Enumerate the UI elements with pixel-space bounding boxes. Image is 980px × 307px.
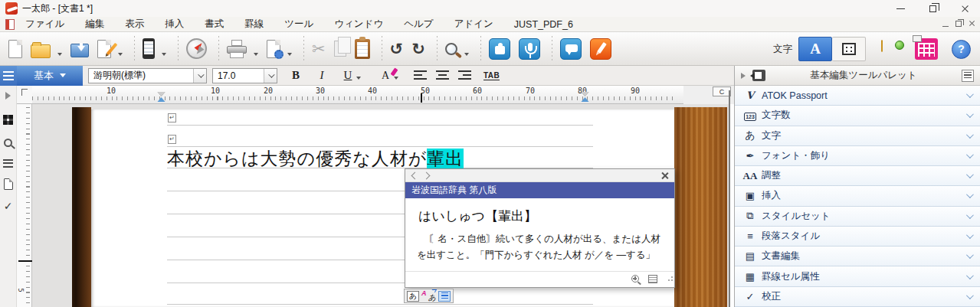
mobile-dropdown-caret[interactable] bbox=[162, 53, 166, 56]
text-mode-button[interactable]: A bbox=[798, 37, 832, 61]
highlighted-word[interactable]: 輩出 bbox=[427, 149, 464, 168]
menu-just-pdf[interactable]: JUST_PDF_6 bbox=[514, 19, 573, 30]
document-text-line[interactable]: 本校からは大勢の優秀な人材が輩出 bbox=[167, 147, 464, 171]
menu-addin[interactable]: アドイン bbox=[454, 18, 493, 31]
menu-view[interactable]: 表示 bbox=[125, 18, 144, 31]
margin-marker-right[interactable] bbox=[582, 92, 590, 102]
comment-button[interactable] bbox=[558, 35, 584, 63]
next-entry-icon[interactable] bbox=[423, 172, 431, 180]
mdi-minimize-icon[interactable] bbox=[942, 26, 949, 27]
chevron-down-icon[interactable] bbox=[966, 191, 974, 199]
print-settings-button[interactable] bbox=[264, 35, 283, 63]
chevron-down-icon[interactable] bbox=[966, 231, 974, 239]
print-dropdown-caret[interactable] bbox=[254, 53, 258, 56]
bold-button[interactable]: B bbox=[288, 69, 303, 82]
save-as-button[interactable] bbox=[95, 35, 113, 63]
chevron-down-icon[interactable] bbox=[966, 251, 974, 259]
palette-menu-icon[interactable] bbox=[962, 70, 974, 82]
paste-button[interactable] bbox=[352, 35, 372, 63]
palette-section-proofread[interactable]: ✓校正 bbox=[735, 287, 980, 307]
hamburger-menu-icon[interactable] bbox=[0, 66, 17, 86]
font-name-dropdown[interactable] bbox=[193, 69, 206, 83]
print-settings-dropdown-caret[interactable] bbox=[287, 53, 292, 56]
palette-section-font-decoration[interactable]: ✒フォント・飾り bbox=[735, 146, 980, 166]
menu-tools[interactable]: ツール bbox=[284, 18, 313, 31]
resize-grip[interactable] bbox=[668, 279, 670, 281]
restore-button[interactable] bbox=[917, 0, 948, 17]
palette-layout-button[interactable] bbox=[915, 38, 938, 60]
palette-section-insert[interactable]: ▣挿入 bbox=[735, 186, 980, 206]
cut-button[interactable]: ✂ bbox=[310, 35, 328, 63]
navigation-button[interactable] bbox=[184, 35, 209, 63]
chevron-down-icon[interactable] bbox=[966, 131, 974, 139]
save-button[interactable] bbox=[68, 35, 91, 63]
open-dropdown-caret[interactable] bbox=[57, 53, 62, 56]
chevron-down-icon[interactable] bbox=[966, 211, 974, 219]
palette-section-char-count[interactable]: 123文字数 bbox=[735, 106, 980, 126]
document-icon[interactable] bbox=[4, 178, 13, 190]
collapse-arrow-icon[interactable] bbox=[741, 73, 746, 79]
input-mode-button[interactable]: あ bbox=[407, 291, 419, 302]
chevron-down-icon[interactable] bbox=[966, 151, 974, 158]
menu-file[interactable]: ファイル bbox=[25, 18, 64, 31]
style-selector[interactable]: 基本 bbox=[17, 66, 83, 86]
margin-marker-left[interactable] bbox=[158, 92, 166, 102]
underline-button[interactable]: U bbox=[340, 69, 356, 82]
conversion-button[interactable]: A あ bbox=[421, 290, 436, 302]
palette-section-adjust[interactable]: AA調整 bbox=[735, 166, 980, 186]
switch-palette-icon[interactable] bbox=[752, 70, 765, 81]
palette-section-paragraph-style[interactable]: ≡段落スタイル bbox=[735, 227, 980, 247]
grid-mode-button[interactable] bbox=[832, 37, 866, 61]
tab-button[interactable]: TAB bbox=[483, 71, 500, 80]
voice-input-button[interactable] bbox=[516, 35, 542, 63]
chevron-down-icon[interactable] bbox=[966, 272, 974, 279]
chevron-down-icon[interactable] bbox=[966, 90, 974, 98]
chevron-down-icon[interactable] bbox=[966, 292, 974, 299]
undo-button[interactable]: ↺ bbox=[388, 35, 406, 63]
help-button[interactable]: ? bbox=[952, 40, 971, 59]
file-palette-button[interactable] bbox=[881, 41, 904, 57]
popup-close-icon[interactable] bbox=[660, 171, 669, 180]
palette-section-border-cell[interactable]: ▦罫線セル属性 bbox=[735, 266, 980, 286]
align-left-button[interactable] bbox=[414, 70, 427, 80]
mdi-restore-icon[interactable] bbox=[955, 21, 962, 27]
menu-format[interactable]: 書式 bbox=[205, 18, 224, 31]
mdi-close-icon[interactable] bbox=[969, 20, 975, 27]
chevron-down-icon[interactable] bbox=[966, 111, 974, 119]
chevron-down-icon[interactable] bbox=[966, 171, 974, 178]
dictionary-popup[interactable]: 岩波国語辞典 第八版 はいしゅつ【輩出】 〘名・ス自他〙続いて多くの人材が出る、… bbox=[405, 168, 675, 288]
addon-button[interactable] bbox=[487, 35, 513, 63]
mobile-view-button[interactable] bbox=[140, 35, 157, 63]
font-color-dropdown-caret[interactable] bbox=[394, 77, 398, 80]
open-button[interactable] bbox=[28, 35, 53, 63]
copy-button[interactable] bbox=[332, 35, 349, 63]
horizontal-ruler[interactable]: 10 10 20 30 40 50 60 70 80 90 bbox=[32, 86, 683, 104]
ruler-corner[interactable] bbox=[17, 86, 32, 104]
palette-section-atok-passport[interactable]: VATOK Passport bbox=[735, 86, 980, 106]
menu-help[interactable]: ヘルプ bbox=[404, 18, 433, 31]
candidate-list-button[interactable] bbox=[438, 291, 451, 302]
new-document-button[interactable] bbox=[6, 35, 25, 63]
search-icon[interactable] bbox=[4, 139, 12, 147]
font-size-dropdown[interactable] bbox=[264, 69, 277, 83]
palette-section-character[interactable]: あ文字 bbox=[735, 126, 980, 146]
zoom-dropdown-caret[interactable] bbox=[464, 53, 469, 56]
print-button[interactable] bbox=[225, 35, 249, 63]
marker-button[interactable] bbox=[588, 35, 614, 63]
font-name-combo[interactable]: 游明朝(標準) bbox=[88, 68, 207, 83]
check-icon[interactable]: ✓ bbox=[4, 201, 13, 211]
menu-edit[interactable]: 編集 bbox=[85, 18, 104, 31]
menu-window[interactable]: ウィンドウ bbox=[334, 18, 383, 31]
align-center-button[interactable] bbox=[436, 70, 449, 80]
italic-button[interactable]: I bbox=[314, 69, 329, 82]
vertical-ruler[interactable]: 5 10 bbox=[17, 104, 32, 307]
font-size-combo[interactable]: 17.0 bbox=[212, 68, 277, 83]
expand-arrow-icon[interactable] bbox=[5, 92, 11, 100]
palette-section-doc-edit[interactable]: ▤文書編集 bbox=[735, 247, 980, 266]
page-layout-icon[interactable] bbox=[3, 115, 13, 125]
prev-entry-icon[interactable] bbox=[411, 172, 419, 180]
redo-button[interactable]: ↻ bbox=[409, 35, 428, 63]
entry-list-icon[interactable] bbox=[648, 275, 657, 283]
menu-border[interactable]: 罫線 bbox=[244, 18, 264, 31]
zoom-button[interactable] bbox=[443, 35, 460, 63]
